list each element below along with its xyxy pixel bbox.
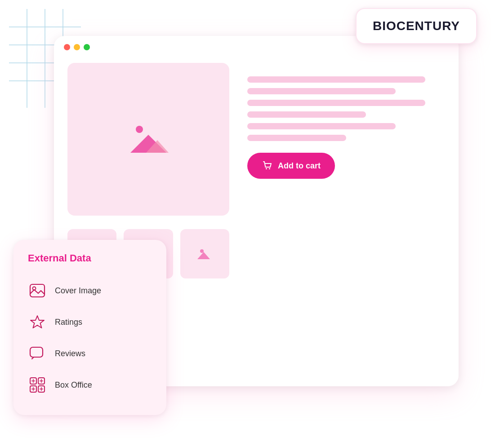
main-product-image [67, 63, 229, 216]
add-to-cart-button[interactable]: Add to cart [247, 153, 335, 179]
traffic-light-green[interactable] [84, 44, 90, 50]
svg-rect-18 [30, 284, 45, 297]
product-text-lines [247, 76, 445, 141]
chat-icon [28, 344, 47, 363]
text-line-1 [247, 76, 425, 83]
text-line-6 [247, 135, 346, 141]
text-line-5 [247, 123, 396, 129]
panel-item-reviews[interactable]: Reviews [28, 338, 152, 369]
text-line-4 [247, 111, 366, 118]
panel-item-ratings[interactable]: Ratings [28, 306, 152, 338]
external-data-panel: External Data Cover Image Ratings R [13, 240, 166, 415]
reviews-label: Reviews [55, 349, 85, 358]
ratings-label: Ratings [55, 318, 82, 327]
svg-point-16 [266, 168, 267, 169]
text-line-2 [247, 88, 396, 94]
svg-rect-21 [30, 347, 43, 357]
panel-title: External Data [28, 252, 152, 264]
thumb3-icon [196, 247, 214, 261]
cover-image-label: Cover Image [55, 286, 101, 296]
panel-item-cover-image[interactable]: Cover Image [28, 275, 152, 306]
thumbnail-3[interactable] [180, 229, 229, 278]
traffic-light-red[interactable] [64, 44, 70, 50]
biocentury-title: BIOCENTURY [373, 19, 460, 33]
image-icon [28, 281, 47, 300]
svg-marker-15 [197, 252, 210, 259]
star-icon [28, 313, 47, 332]
grid-icon [28, 376, 47, 394]
product-details: Add to cart [247, 63, 445, 371]
main-image-placeholder-icon [126, 121, 171, 157]
svg-marker-20 [31, 316, 44, 328]
panel-item-box-office[interactable]: Box Office [28, 369, 152, 401]
svg-point-7 [136, 126, 143, 133]
text-line-3 [247, 100, 425, 106]
svg-point-17 [269, 168, 270, 169]
svg-point-14 [200, 249, 204, 253]
biocentury-card: BIOCENTURY [356, 8, 477, 44]
add-to-cart-label: Add to cart [278, 161, 321, 171]
traffic-light-yellow[interactable] [74, 44, 80, 50]
box-office-label: Box Office [55, 380, 92, 390]
cart-icon [262, 160, 273, 172]
